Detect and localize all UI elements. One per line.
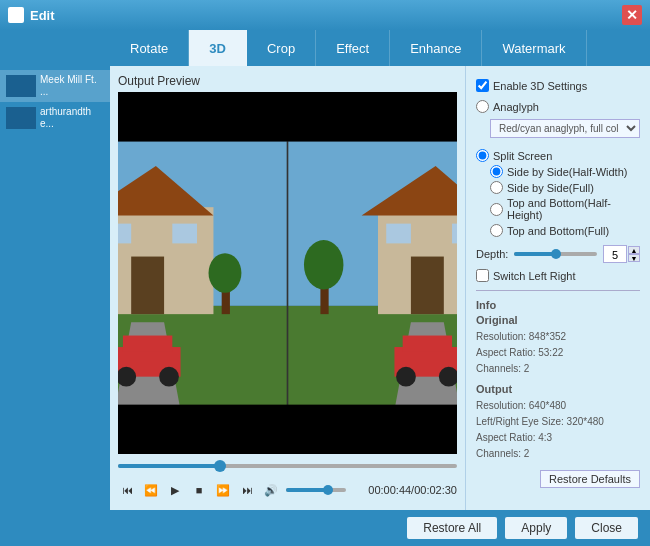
- output-resolution: Resolution: 640*480: [476, 398, 640, 414]
- anaglyph-dropdown-container: Red/cyan anaglyph, full color: [476, 116, 640, 141]
- volume-fill: [286, 488, 328, 492]
- seek-bar[interactable]: [118, 464, 457, 468]
- volume-thumb: [323, 485, 333, 495]
- original-channels: Channels: 2: [476, 361, 640, 377]
- split-opt-2-label: Side by Side(Full): [507, 182, 594, 194]
- bottom-bar: Restore All Apply Close: [0, 510, 650, 546]
- depth-down-button[interactable]: ▼: [628, 254, 640, 262]
- depth-thumb: [551, 249, 561, 259]
- tab-effect[interactable]: Effect: [316, 30, 390, 66]
- split-opt-1-row: Side by Side(Half-Width): [490, 165, 640, 178]
- split-screen-row: Split Screen: [476, 149, 640, 162]
- file-item-1[interactable]: Meek Mill Ft. ...: [0, 70, 110, 102]
- original-label: Original: [476, 314, 640, 326]
- split-options-container: Side by Side(Half-Width) Side by Side(Fu…: [476, 165, 640, 237]
- output-channels: Channels: 2: [476, 446, 640, 462]
- anaglyph-dropdown[interactable]: Red/cyan anaglyph, full color: [490, 119, 640, 138]
- depth-slider[interactable]: [514, 252, 597, 256]
- enable-3d-label: Enable 3D Settings: [493, 80, 587, 92]
- svg-rect-16: [123, 336, 172, 352]
- anaglyph-group: Anaglyph Red/cyan anaglyph, full color: [476, 100, 640, 141]
- file-thumb-2: [6, 107, 36, 129]
- original-aspect-ratio: Aspect Ratio: 53:22: [476, 345, 640, 361]
- video-scene: [118, 92, 457, 454]
- volume-icon: 🔊: [262, 481, 280, 499]
- switch-lr-label: Switch Left Right: [493, 270, 576, 282]
- switch-lr-checkbox[interactable]: [476, 269, 489, 282]
- split-opt-4-radio[interactable]: [490, 224, 503, 237]
- depth-value-box: 5 ▲ ▼: [603, 245, 640, 263]
- split-opt-3-row: Top and Bottom(Half-Height): [490, 197, 640, 221]
- app-icon: [8, 7, 24, 23]
- output-label: Output: [476, 383, 640, 395]
- close-button[interactable]: ✕: [622, 5, 642, 25]
- preview-section: Output Preview: [110, 66, 465, 510]
- close-button-bottom[interactable]: Close: [575, 517, 638, 539]
- split-opt-1-label: Side by Side(Half-Width): [507, 166, 627, 178]
- svg-rect-36: [118, 405, 457, 454]
- window-title: Edit: [30, 8, 622, 23]
- output-left-right: Left/Right Eye Size: 320*480: [476, 414, 640, 430]
- controls-row: ⏮ ⏪ ▶ ■ ⏩ ⏭ 🔊 00:00:44/00:02:30: [118, 478, 457, 502]
- depth-value[interactable]: 5: [603, 245, 627, 263]
- preview-controls: ⏮ ⏪ ▶ ■ ⏩ ⏭ 🔊 00:00:44/00:02:30: [118, 458, 457, 502]
- depth-up-button[interactable]: ▲: [628, 246, 640, 254]
- skip-forward-button[interactable]: ⏭: [238, 481, 256, 499]
- split-opt-4-row: Top and Bottom(Full): [490, 224, 640, 237]
- tab-rotate[interactable]: Rotate: [110, 30, 189, 66]
- split-screen-radio[interactable]: [476, 149, 489, 162]
- split-opt-1-radio[interactable]: [490, 165, 503, 178]
- seek-bar-fill: [118, 464, 220, 468]
- preview-label: Output Preview: [118, 74, 457, 88]
- split-opt-2-radio[interactable]: [490, 181, 503, 194]
- switch-lr-row: Switch Left Right: [476, 269, 640, 282]
- stop-button[interactable]: ■: [190, 481, 208, 499]
- tab-watermark[interactable]: Watermark: [482, 30, 586, 66]
- settings-panel: Enable 3D Settings Anaglyph Red/cyan ana…: [465, 66, 650, 510]
- restore-defaults-button[interactable]: Restore Defaults: [540, 470, 640, 488]
- divider-1: [476, 290, 640, 291]
- svg-point-32: [396, 367, 416, 387]
- anaglyph-label: Anaglyph: [493, 101, 539, 113]
- seek-bar-container[interactable]: [118, 458, 457, 474]
- skip-back-button[interactable]: ⏮: [118, 481, 136, 499]
- split-screen-group: Split Screen Side by Side(Half-Width) Si…: [476, 149, 640, 237]
- depth-spinner: ▲ ▼: [628, 246, 640, 262]
- depth-fill: [514, 252, 555, 256]
- output-info-section: Output Resolution: 640*480 Left/Right Ey…: [476, 383, 640, 462]
- enable-3d-group: Enable 3D Settings: [476, 79, 640, 92]
- file-item-2[interactable]: arthurandthe...: [0, 102, 110, 134]
- play-button[interactable]: ▶: [166, 481, 184, 499]
- seek-thumb: [214, 460, 226, 472]
- step-back-button[interactable]: ⏪: [142, 481, 160, 499]
- main-container: Rotate 3D Crop Effect Enhance Watermark …: [0, 30, 650, 546]
- depth-label: Depth:: [476, 248, 508, 260]
- volume-bar[interactable]: [286, 488, 346, 492]
- file-name-1: Meek Mill Ft. ...: [40, 74, 104, 98]
- svg-rect-9: [118, 224, 131, 244]
- svg-point-27: [304, 240, 343, 289]
- svg-point-14: [209, 253, 242, 292]
- depth-row: Depth: 5 ▲ ▼: [476, 245, 640, 263]
- split-opt-3-label: Top and Bottom(Half-Height): [507, 197, 640, 221]
- tab-3d[interactable]: 3D: [189, 30, 247, 66]
- time-display: 00:00:44/00:02:30: [368, 484, 457, 496]
- restore-all-button[interactable]: Restore All: [407, 517, 497, 539]
- apply-button[interactable]: Apply: [505, 517, 567, 539]
- file-name-2: arthurandthe...: [40, 106, 104, 130]
- tab-enhance[interactable]: Enhance: [390, 30, 482, 66]
- step-forward-button[interactable]: ⏩: [214, 481, 232, 499]
- svg-rect-31: [403, 336, 452, 352]
- enable-3d-checkbox[interactable]: [476, 79, 489, 92]
- svg-rect-24: [386, 224, 411, 244]
- tab-bar: Rotate 3D Crop Effect Enhance Watermark: [0, 30, 650, 66]
- anaglyph-radio[interactable]: [476, 100, 489, 113]
- split-screen-label: Split Screen: [493, 150, 552, 162]
- info-title: Info: [476, 299, 640, 311]
- split-opt-3-radio[interactable]: [490, 203, 503, 216]
- info-section: Info Original Resolution: 848*352 Aspect…: [476, 299, 640, 377]
- video-preview: [118, 92, 457, 454]
- tab-crop[interactable]: Crop: [247, 30, 316, 66]
- content-area: Meek Mill Ft. ... arthurandthe... Output…: [0, 66, 650, 510]
- original-resolution: Resolution: 848*352: [476, 329, 640, 345]
